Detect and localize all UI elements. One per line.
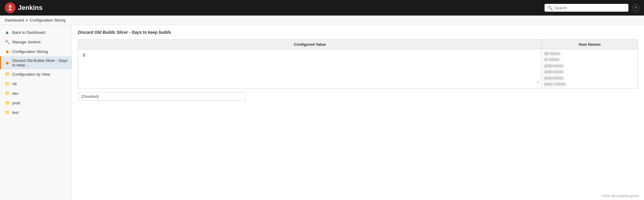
item-names-header: Item Names (542, 40, 638, 49)
sidebar-item-manage-jenkins[interactable]: 🔧 Manage Jenkins (0, 37, 72, 47)
jenkins-logo: Jenkins (5, 2, 43, 13)
sidebar-label-config-view: Configuration by View (12, 72, 50, 77)
configured-value-textarea[interactable]: 5 (81, 51, 539, 83)
jenkins-title: Jenkins (18, 4, 43, 12)
sidebar-label-test: test (12, 110, 19, 115)
folder-icon-all: 📁 (4, 81, 10, 86)
page-title: Discard Old Builds Slicer - Days to keep… (78, 30, 638, 35)
sidebar-item-prod[interactable]: 📁 prod (0, 98, 72, 108)
sidebar-label-manage: Manage Jenkins (12, 40, 41, 44)
disabled-label: (Disabled) (81, 94, 99, 99)
diamond-icon-1: ◆ (4, 49, 10, 54)
list-item: prod-xxxxxx (544, 69, 635, 75)
item-names-section: Item Names de-xxxxxxiic-xxxxxxprod-xxxxx… (542, 40, 638, 88)
search-icon: 🔍 (548, 5, 553, 10)
data-table: Configured Value 5 Item Names de-xxxxxxi… (78, 39, 638, 88)
breadcrumb-dashboard[interactable]: Dashboard (5, 18, 24, 22)
sidebar-label-prod: prod (12, 101, 20, 105)
arrow-up-icon: ▲ (4, 30, 10, 35)
help-icon[interactable]: ? (632, 4, 639, 11)
footer-note: CSDN @morganEngineer (601, 194, 639, 198)
search-box[interactable]: 🔍 (545, 4, 628, 12)
jenkins-icon (5, 2, 16, 13)
breadcrumb-separator: ▶ (26, 18, 28, 22)
disabled-row: (Disabled) (78, 92, 246, 101)
breadcrumb: Dashboard ▶ Configuration Slicing (0, 16, 644, 25)
sidebar-item-test[interactable]: 📁 test (0, 108, 72, 117)
sidebar-item-all[interactable]: 📁 All (0, 79, 72, 88)
folder-icon-test: 📁 (4, 110, 10, 115)
list-item: prod-xxxxxx (544, 75, 635, 81)
configured-value-section: Configured Value 5 (78, 40, 542, 88)
breadcrumb-current: Configuration Slicing (30, 18, 66, 22)
folder-icon-config-view: 📁 (4, 71, 10, 77)
sidebar-item-configuration-slicing[interactable]: ◆ Configuration Slicing (0, 47, 72, 56)
sidebar-label-all: All (12, 82, 16, 86)
main-layout: ▲ Back to Dashboard 🔧 Manage Jenkins ◆ C… (0, 25, 644, 200)
sidebar-item-back-to-dashboard[interactable]: ▲ Back to Dashboard (0, 28, 72, 37)
folder-icon-prod: 📁 (4, 100, 10, 106)
jenkins-svg-icon (6, 4, 14, 12)
folder-icon-dev: 📁 (4, 91, 10, 96)
sidebar: ▲ Back to Dashboard 🔧 Manage Jenkins ◆ C… (0, 25, 72, 200)
svg-rect-5 (9, 9, 12, 10)
header-right: 🔍 ? (545, 4, 639, 12)
main-content: Discard Old Builds Slicer - Days to keep… (72, 25, 644, 200)
list-item: de-xxxxxx (544, 51, 635, 57)
item-names-list: de-xxxxxxiic-xxxxxxprod-xxxxxxprod-xxxxx… (542, 49, 638, 88)
top-header: Jenkins 🔍 ? (0, 0, 644, 16)
configured-value-cell: 5 (78, 49, 542, 86)
diamond-icon-2: ◆ (4, 60, 10, 65)
sidebar-label-back: Back to Dashboard (12, 30, 46, 35)
sidebar-label-dev: dev (12, 91, 19, 96)
sidebar-label-discard: Discard Old Builds Slicer - Days to keep… (12, 58, 68, 67)
configured-value-header: Configured Value (78, 40, 542, 49)
list-item: prod-xxxxxx (544, 87, 635, 88)
sidebar-item-configuration-by-view[interactable]: 📁 Configuration by View (0, 69, 72, 79)
sidebar-item-dev[interactable]: 📁 dev (0, 88, 72, 98)
sidebar-item-discard-old-builds[interactable]: ◆ Discard Old Builds Slicer - Days to ke… (0, 56, 72, 69)
sidebar-label-config-slicing: Configuration Slicing (12, 49, 48, 54)
search-input[interactable] (554, 6, 625, 10)
list-item: prod-r-xxxxxx (544, 81, 635, 87)
list-item: iic-xxxxxx (544, 57, 635, 62)
wrench-icon: 🔧 (4, 39, 10, 45)
svg-point-3 (11, 6, 11, 7)
list-item: prod-xxxxxx (544, 63, 635, 69)
svg-point-2 (9, 6, 10, 7)
